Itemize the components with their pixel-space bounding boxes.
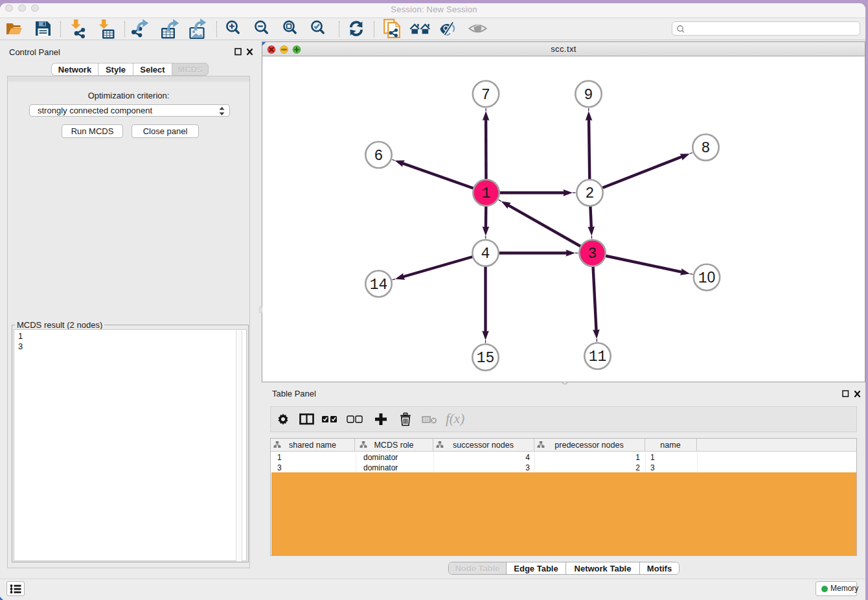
svg-text:9: 9 (584, 87, 593, 104)
svg-text:6: 6 (374, 148, 383, 165)
svg-text:1: 1 (482, 185, 491, 202)
svg-text:8: 8 (702, 140, 711, 157)
svg-text:10: 10 (698, 269, 716, 287)
svg-text:4: 4 (481, 246, 490, 262)
svg-text:2: 2 (586, 185, 595, 202)
svg-text:3: 3 (588, 246, 597, 262)
svg-text:14: 14 (370, 277, 388, 294)
svg-text:7: 7 (481, 87, 490, 104)
svg-text:11: 11 (589, 349, 607, 365)
svg-text:15: 15 (477, 350, 495, 367)
